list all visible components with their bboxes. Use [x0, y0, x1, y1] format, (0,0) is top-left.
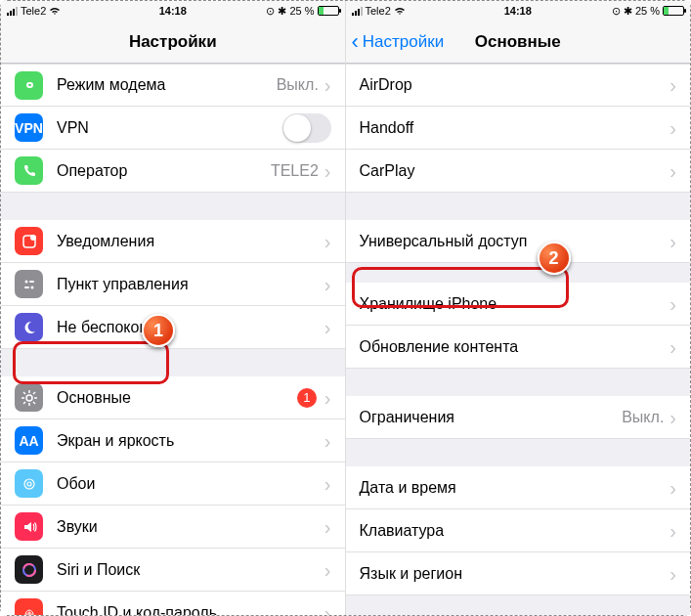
row-label: Обои — [57, 475, 324, 493]
chevron-right-icon: › — [669, 118, 676, 138]
chevron-right-icon: › — [324, 603, 331, 616]
row-touchid[interactable]: Touch ID и код-пароль › — [1, 592, 345, 615]
row-label: Звуки — [57, 518, 324, 536]
phone-left: Tele2 14:18 ⊙ ✱ 25 % Настройки Режим мо — [1, 1, 346, 615]
row-label: Уведомления — [57, 233, 324, 250]
row-display[interactable]: AA Экран и яркость › — [1, 419, 345, 462]
row-notifications[interactable]: Уведомления › — [1, 220, 345, 263]
chevron-right-icon: › — [324, 318, 331, 337]
svg-point-1 — [30, 235, 36, 241]
row-label: Дата и время — [360, 479, 670, 497]
control-center-icon — [15, 270, 43, 298]
svg-line-11 — [23, 392, 25, 394]
row-sounds[interactable]: Звуки › — [1, 506, 345, 549]
gear-icon — [15, 383, 43, 412]
svg-line-14 — [33, 392, 35, 394]
row-label: Обновление контента — [360, 338, 670, 356]
svg-point-6 — [26, 395, 32, 401]
row-wallpaper[interactable]: Обои › — [1, 462, 345, 506]
row-airdrop[interactable]: AirDrop › — [346, 64, 691, 107]
row-general[interactable]: Основные 1 › — [1, 376, 345, 419]
notification-badge: 1 — [297, 388, 317, 408]
row-siri[interactable]: Siri и Поиск › — [1, 549, 345, 592]
row-label: Пункт управления — [57, 276, 324, 293]
row-handoff[interactable]: Handoff › — [346, 107, 691, 150]
status-bar: Tele2 14:18 ⊙ ✱ 25 % — [1, 1, 345, 21]
svg-line-13 — [23, 402, 25, 404]
chevron-right-icon: › — [669, 232, 676, 251]
vpn-toggle[interactable] — [282, 113, 331, 143]
clock: 14:18 — [346, 5, 691, 17]
row-label: Ограничения — [360, 409, 623, 426]
back-label: Настройки — [363, 32, 444, 52]
page-title: Настройки — [129, 32, 217, 52]
moon-icon — [15, 313, 43, 341]
row-value: TELE2 — [271, 162, 319, 180]
nav-bar: ‹ Настройки Основные — [346, 21, 691, 64]
row-label: Основные — [57, 389, 297, 407]
row-keyboard[interactable]: Клавиатура › — [346, 509, 691, 552]
row-label: Siri и Поиск — [57, 561, 324, 579]
clock: 14:18 — [1, 5, 345, 17]
fingerprint-icon — [15, 598, 43, 615]
row-date-time[interactable]: Дата и время › — [346, 466, 691, 509]
notifications-icon — [15, 227, 43, 255]
chevron-right-icon: › — [324, 517, 331, 537]
row-language-region[interactable]: Язык и регион › — [346, 552, 691, 595]
row-personal-hotspot[interactable]: Режим модема Выкл. › — [1, 64, 345, 107]
row-label: AirDrop — [360, 76, 670, 94]
status-bar: Tele2 14:18 ⊙ ✱ 25 % — [346, 1, 691, 21]
svg-rect-5 — [24, 286, 29, 288]
chevron-right-icon: › — [669, 408, 676, 427]
page-title: Основные — [475, 32, 561, 52]
row-carplay[interactable]: CarPlay › — [346, 150, 691, 193]
row-label: Язык и регион — [360, 565, 670, 583]
settings-list[interactable]: Режим модема Выкл. › VPN VPN Оператор TE… — [1, 64, 345, 615]
wallpaper-icon — [15, 469, 43, 498]
row-iphone-storage[interactable]: Хранилище iPhone › — [346, 283, 691, 326]
tutorial-frame: Tele2 14:18 ⊙ ✱ 25 % Настройки Режим мо — [0, 0, 691, 616]
row-label: VPN — [57, 119, 282, 137]
svg-point-16 — [27, 482, 31, 486]
row-control-center[interactable]: Пункт управления › — [1, 263, 345, 306]
general-list[interactable]: AirDrop › Handoff › CarPlay › Универсаль… — [346, 64, 691, 615]
row-label: CarPlay — [360, 162, 670, 180]
row-vpn[interactable]: VPN VPN — [1, 107, 345, 150]
chevron-right-icon: › — [324, 275, 331, 294]
svg-point-4 — [30, 286, 33, 288]
row-label: Handoff — [360, 119, 670, 137]
battery-icon — [663, 6, 684, 16]
back-button[interactable]: ‹ Настройки — [352, 21, 445, 63]
chevron-right-icon: › — [669, 337, 676, 357]
phone-icon — [15, 156, 43, 185]
display-icon: AA — [15, 426, 43, 455]
row-label: Экран и яркость — [57, 432, 324, 450]
chevron-right-icon: › — [669, 161, 676, 181]
row-label: Touch ID и код-пароль — [57, 604, 324, 616]
chevron-right-icon: › — [669, 75, 676, 95]
chevron-left-icon: ‹ — [352, 31, 359, 53]
row-label: Универсальный доступ — [360, 233, 670, 250]
row-carrier[interactable]: Оператор TELE2 › — [1, 150, 345, 193]
chevron-right-icon: › — [324, 560, 331, 580]
vpn-icon: VPN — [15, 113, 43, 142]
row-restrictions[interactable]: Ограничения Выкл. › — [346, 396, 691, 439]
row-accessibility[interactable]: Универсальный доступ › — [346, 220, 691, 263]
battery-icon — [318, 6, 339, 16]
row-label: Оператор — [57, 162, 271, 180]
row-do-not-disturb[interactable]: Не беспокоить › — [1, 306, 345, 349]
row-label: Не беспокоить — [57, 319, 324, 336]
row-background-refresh[interactable]: Обновление контента › — [346, 326, 691, 369]
row-label: Режим модема — [57, 76, 277, 94]
chevron-right-icon: › — [669, 564, 676, 584]
row-label: Клавиатура — [360, 522, 670, 540]
row-value: Выкл. — [622, 409, 664, 426]
row-label: Хранилище iPhone — [360, 295, 670, 313]
sounds-icon — [15, 512, 43, 541]
chevron-right-icon: › — [324, 75, 331, 95]
siri-icon — [15, 555, 43, 584]
phone-right: Tele2 14:18 ⊙ ✱ 25 % ‹ Настройки Основны… — [346, 1, 691, 615]
svg-line-12 — [33, 402, 35, 404]
svg-point-2 — [24, 280, 27, 283]
svg-point-15 — [24, 479, 34, 489]
